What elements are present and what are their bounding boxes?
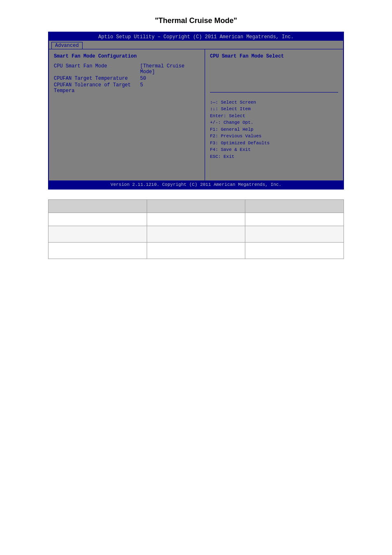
table-cell bbox=[245, 226, 344, 243]
table-cell bbox=[245, 243, 344, 259]
table-cell bbox=[48, 243, 147, 259]
legend-item-3: +/-: Change Opt. bbox=[210, 119, 338, 126]
table-row bbox=[48, 243, 344, 259]
bios-header: Aptio Setup Utility – Copyright (C) 2011… bbox=[49, 32, 343, 41]
table-cell bbox=[147, 243, 245, 259]
table-section bbox=[48, 199, 344, 259]
table-row bbox=[48, 213, 344, 226]
legend-item-4: F1: General Help bbox=[210, 126, 338, 133]
legend-item-2: Enter: Select bbox=[210, 113, 338, 120]
legend-item-8: ESC: Exit bbox=[210, 153, 338, 160]
bios-item-target-temp[interactable]: CPUFAN Target Temperature 50 bbox=[54, 76, 200, 81]
bios-screen: Aptio Setup Utility – Copyright (C) 2011… bbox=[48, 32, 344, 190]
bios-label-target-temp: CPUFAN Target Temperature bbox=[54, 76, 140, 81]
bios-help-title: CPU Smart Fan Mode Select bbox=[210, 53, 338, 59]
col-header-2 bbox=[147, 200, 245, 213]
bios-item-cpu-smart-fan-mode[interactable]: CPU Smart Fan Mode [Thermal Cruise Mode] bbox=[54, 63, 200, 75]
legend-item-6: F3: Optimized Defaults bbox=[210, 140, 338, 147]
bios-divider bbox=[210, 92, 338, 92]
bios-label-cpu-smart-fan-mode: CPU Smart Fan Mode bbox=[54, 63, 140, 75]
bios-tab-bar: Advanced bbox=[49, 41, 343, 49]
legend-item-5: F2: Previous Values bbox=[210, 133, 338, 140]
page-title: "Thermal Cruise Mode" bbox=[0, 0, 392, 32]
table-header-row bbox=[48, 200, 344, 213]
table-row bbox=[48, 226, 344, 243]
bios-left-panel: Smart Fan Mode Configuration CPU Smart F… bbox=[49, 49, 205, 180]
legend-item-7: F4: Save & Exit bbox=[210, 146, 338, 153]
bios-value-cpu-smart-fan-mode: [Thermal Cruise Mode] bbox=[140, 63, 200, 75]
bios-value-tolerance: 5 bbox=[140, 82, 143, 94]
bios-legend: ↕↔: Select Screen ↕↓: Select Item Enter:… bbox=[210, 99, 338, 160]
col-header-3 bbox=[245, 200, 344, 213]
bios-footer: Version 2.11.1210. Copyright (C) 2011 Am… bbox=[49, 180, 343, 189]
col-header-1 bbox=[48, 200, 147, 213]
info-table bbox=[48, 199, 344, 259]
legend-item-1: ↕↓: Select Item bbox=[210, 106, 338, 113]
legend-item-0: ↕↔: Select Screen bbox=[210, 99, 338, 106]
table-cell bbox=[48, 226, 147, 243]
bios-item-tolerance[interactable]: CPUFAN Tolerance of Target Tempera 5 bbox=[54, 82, 200, 94]
bios-section-title: Smart Fan Mode Configuration bbox=[54, 53, 200, 59]
bios-body: Smart Fan Mode Configuration CPU Smart F… bbox=[49, 49, 343, 180]
table-cell bbox=[147, 226, 245, 243]
bios-value-target-temp: 50 bbox=[140, 76, 146, 81]
table-cell bbox=[147, 213, 245, 226]
table-cell bbox=[245, 213, 344, 226]
bios-right-panel: CPU Smart Fan Mode Select ↕↔: Select Scr… bbox=[205, 49, 343, 180]
bios-tab-advanced[interactable]: Advanced bbox=[51, 42, 83, 49]
table-cell bbox=[48, 213, 147, 226]
bios-label-tolerance: CPUFAN Tolerance of Target Tempera bbox=[54, 82, 140, 94]
